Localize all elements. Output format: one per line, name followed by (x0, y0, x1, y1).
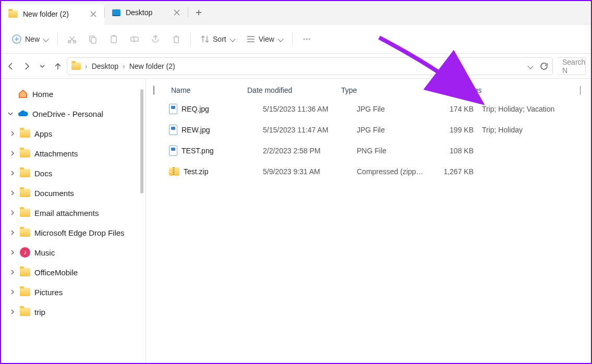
file-type: PNG File (357, 147, 435, 155)
search-input[interactable]: Search N (557, 57, 586, 75)
svg-point-9 (306, 38, 307, 40)
cut-button[interactable] (63, 30, 81, 48)
copy-button[interactable] (84, 30, 102, 48)
up-button[interactable] (53, 62, 63, 70)
close-icon[interactable] (90, 10, 97, 18)
view-icon (246, 34, 256, 44)
sidebar-item[interactable]: trip (1, 302, 146, 322)
nav-buttons (6, 62, 63, 70)
file-name: Test.zip (184, 167, 208, 176)
zip-icon (169, 167, 179, 176)
toolbar: New Sort View (1, 25, 591, 54)
file-date: 5/15/2023 11:47 AM (263, 126, 357, 134)
breadcrumb-item[interactable]: New folder (2) (129, 62, 175, 70)
sidebar-item[interactable]: Microsoft Edge Drop Files (1, 223, 146, 242)
chevron-right-icon[interactable] (9, 309, 16, 314)
chevron-down-icon (277, 36, 283, 42)
sidebar-item[interactable]: Docs (1, 163, 146, 183)
chevron-right-icon[interactable] (9, 230, 16, 235)
paste-button[interactable] (105, 30, 123, 48)
folder-icon (8, 10, 18, 18)
sidebar-item[interactable]: ♪Music (1, 242, 146, 262)
sidebar-label: OneDrive - Personal (32, 110, 103, 118)
more-button[interactable] (298, 30, 316, 48)
column-name[interactable]: Name (169, 86, 247, 94)
copy-icon (88, 34, 98, 44)
folder-icon (20, 307, 30, 317)
chevron-down-icon[interactable] (7, 111, 14, 116)
sidebar-item[interactable]: Email attachments (1, 203, 146, 223)
tab-desktop[interactable]: Desktop (105, 3, 188, 22)
svg-rect-5 (111, 36, 116, 43)
folder-icon (20, 188, 30, 198)
sidebar-label: Documents (34, 189, 74, 198)
chevron-right-icon[interactable] (9, 270, 16, 275)
column-tags[interactable]: Tags (466, 86, 560, 94)
select-all-checkbox[interactable] (153, 86, 154, 95)
chevron-right-icon[interactable] (9, 289, 16, 295)
view-button[interactable]: View (242, 30, 287, 48)
file-row[interactable]: TEST.png2/2/2023 2:58 PMPNG File108 KB (151, 140, 591, 161)
sidebar-item[interactable]: Apps (1, 124, 146, 143)
recent-button[interactable] (38, 63, 47, 69)
image-file-icon (169, 125, 177, 135)
chevron-right-icon[interactable] (9, 151, 16, 156)
sidebar-item[interactable]: Attachments (1, 143, 146, 163)
file-row[interactable]: Test.zip5/9/2023 9:31 AMCompressed (zipp… (151, 161, 591, 182)
plus-icon (196, 9, 202, 16)
chevron-right-icon[interactable] (9, 250, 16, 255)
sidebar-label: Apps (34, 129, 52, 138)
sidebar-label: Pictures (34, 288, 63, 297)
sidebar-item-home[interactable]: Home (1, 84, 146, 104)
sidebar-item[interactable]: Pictures (1, 282, 146, 302)
chevron-right-icon[interactable] (9, 131, 16, 136)
address-bar-row: › Desktop › New folder (2) Search N (1, 54, 591, 79)
file-name: REQ.jpg (182, 105, 209, 113)
svg-rect-4 (91, 38, 96, 43)
column-date[interactable]: Date modified (247, 86, 341, 94)
sidebar-item[interactable]: OfficeMobile (1, 262, 146, 282)
separator (190, 32, 191, 46)
file-row[interactable]: REQ.jpg5/15/2023 11:36 AMJPG File174 KBT… (151, 99, 591, 119)
rename-icon (130, 34, 139, 44)
chevron-down-icon[interactable] (580, 86, 581, 95)
desktop-icon (112, 9, 120, 16)
sidebar: Home OneDrive - Personal AppsAttachments… (1, 79, 146, 363)
chevron-down-icon[interactable] (527, 63, 533, 69)
paste-icon (109, 34, 118, 44)
file-type: JPG File (357, 105, 435, 113)
svg-point-8 (303, 38, 305, 40)
trash-icon (172, 34, 181, 44)
tab-new-folder-2[interactable]: New folder (2) (1, 4, 104, 25)
file-date: 2/2/2023 2:58 PM (263, 147, 357, 155)
breadcrumb-item[interactable]: Desktop (92, 62, 118, 70)
tab-bar: New folder (2) Desktop (1, 1, 591, 25)
share-icon (151, 34, 160, 44)
new-tab-button[interactable] (188, 3, 209, 22)
onedrive-icon (18, 108, 28, 119)
chevron-right-icon[interactable] (9, 210, 16, 215)
chevron-right-icon[interactable] (9, 171, 16, 176)
separator (57, 32, 58, 46)
rename-button[interactable] (126, 30, 143, 48)
back-button[interactable] (6, 62, 16, 70)
new-button[interactable]: New (7, 30, 52, 48)
file-type: JPG File (357, 126, 435, 134)
refresh-icon[interactable] (540, 62, 548, 70)
tab-label: Desktop (126, 8, 152, 17)
folder-icon (20, 267, 30, 277)
sidebar-item-onedrive[interactable]: OneDrive - Personal (1, 104, 146, 124)
file-row[interactable]: REW.jpg5/15/2023 11:47 AMJPG File199 KBT… (151, 119, 591, 140)
sidebar-item[interactable]: Documents (1, 183, 146, 203)
music-icon: ♪ (20, 247, 30, 258)
chevron-right-icon[interactable] (9, 190, 16, 196)
column-type[interactable]: Type (341, 86, 419, 94)
column-size[interactable]: Size (419, 86, 466, 94)
folder-icon (20, 148, 30, 159)
sort-button[interactable]: Sort (196, 30, 239, 48)
forward-button[interactable] (22, 62, 31, 70)
share-button[interactable] (147, 30, 164, 48)
close-icon[interactable] (173, 9, 180, 16)
address-bar[interactable]: › Desktop › New folder (2) (67, 57, 553, 75)
delete-button[interactable] (167, 30, 185, 48)
